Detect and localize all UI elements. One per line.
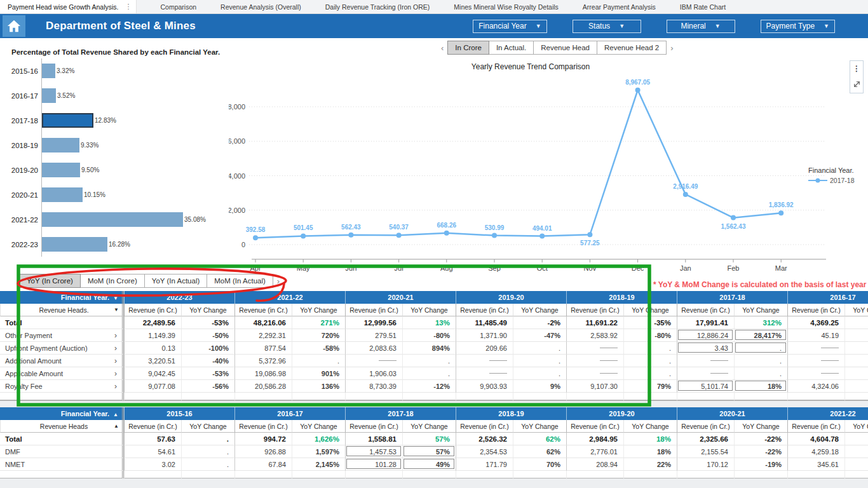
- drill-icon[interactable]: ›: [114, 329, 122, 342]
- row-label[interactable]: DMF: [0, 445, 124, 458]
- report-tab[interactable]: Daily Revenue Tracking (Iron ORE): [325, 0, 430, 13]
- yoy-cell: .: [513, 367, 566, 380]
- year-header[interactable]: 2017-18: [677, 291, 787, 304]
- bar[interactable]: [42, 187, 83, 202]
- line-chart[interactable]: 02,0004,0006,0008,000AprMayJunJulAugSepO…: [229, 70, 864, 280]
- chevron-left-icon[interactable]: ‹: [437, 43, 447, 53]
- year-header[interactable]: 2017-18: [345, 407, 456, 420]
- view-tab-3[interactable]: Revenue Head 2: [597, 41, 667, 55]
- chevron-right-icon[interactable]: ›: [273, 276, 283, 286]
- filter-payment-type[interactable]: Payment Type▼: [761, 20, 835, 33]
- bar-value-label: 9.33%: [81, 142, 98, 149]
- measure-tab-2[interactable]: YoY (In Actual): [145, 274, 207, 288]
- revenue-cell: [456, 367, 513, 380]
- report-tab[interactable]: Revenue Analysis (Overall): [220, 0, 301, 13]
- revenue-cell: 101.28: [345, 458, 402, 471]
- year-header[interactable]: 2021-22: [787, 407, 868, 420]
- sort-icon[interactable]: ▼: [114, 304, 119, 316]
- expand-icon[interactable]: [852, 79, 862, 89]
- bar[interactable]: [42, 237, 107, 252]
- bar[interactable]: [42, 113, 93, 128]
- row-label-text: Upfront Payment (Auction): [5, 342, 114, 355]
- revenue-cell: [787, 342, 844, 355]
- measure-tab-1[interactable]: MoM (In Crore): [81, 274, 145, 288]
- report-tab[interactable]: Mines Mineral Wise Royalty Details: [454, 0, 559, 13]
- row-label[interactable]: Applicable Amount›: [0, 367, 124, 380]
- row-label[interactable]: NMET: [0, 458, 124, 471]
- row-label[interactable]: Additional Amount›: [0, 355, 124, 367]
- sort-icon[interactable]: ▲: [114, 420, 119, 433]
- year-header[interactable]: 2019-20: [566, 407, 677, 420]
- bar[interactable]: [42, 212, 183, 227]
- chevron-right-icon[interactable]: ›: [667, 43, 677, 53]
- report-tab[interactable]: Payment Head wise Growth Analysis.⋮: [0, 0, 137, 13]
- row-label[interactable]: Upfront Payment (Auction)›: [0, 342, 124, 355]
- sort-icon[interactable]: ▲: [113, 412, 118, 417]
- svg-text:2,000: 2,000: [229, 207, 245, 214]
- tab-options-icon[interactable]: ⋮: [125, 3, 132, 11]
- year-header[interactable]: 2015-16: [124, 407, 234, 420]
- home-button[interactable]: [3, 15, 25, 37]
- bar[interactable]: [42, 138, 79, 152]
- sort-icon[interactable]: ▼: [113, 295, 118, 301]
- year-header[interactable]: 2018-19: [566, 291, 677, 304]
- view-tab-0[interactable]: In Crore: [447, 41, 489, 55]
- year-header[interactable]: 2016-17: [234, 407, 345, 420]
- measure-tab-0[interactable]: YoY (In Crore): [19, 274, 81, 288]
- svg-text:Jan: Jan: [680, 264, 691, 272]
- view-tab-2[interactable]: Revenue Head: [534, 41, 597, 55]
- drill-icon[interactable]: ›: [114, 342, 122, 355]
- bar[interactable]: [42, 64, 55, 78]
- yoy-col-header: YoY Change: [181, 420, 234, 433]
- more-options-icon[interactable]: ⋮: [853, 65, 860, 72]
- drill-icon[interactable]: ›: [114, 380, 122, 393]
- year-header[interactable]: 2018-19: [456, 407, 566, 420]
- yoy-cell: 49%: [402, 458, 456, 471]
- row-label[interactable]: Royalty Fee›: [0, 380, 124, 393]
- report-tab[interactable]: Arrear Payment Analysis: [583, 0, 656, 13]
- report-tab[interactable]: Comparison: [161, 0, 197, 13]
- report-tab[interactable]: IBM Rate Chart: [680, 0, 726, 13]
- revenue-heads-header-cell[interactable]: Revenue Heads.▼: [0, 304, 124, 316]
- measure-tab-3[interactable]: MoM (In Actual): [207, 274, 273, 288]
- svg-text:Nov: Nov: [584, 264, 597, 272]
- bar-value-label: 9.50%: [81, 166, 99, 173]
- bar[interactable]: [42, 88, 56, 103]
- revenue-col-header: Revenue (in Cr.): [124, 420, 181, 433]
- table-row: Royalty Fee›9,077.08-56%20,586.28136%8,7…: [0, 380, 868, 393]
- fy-header-cell[interactable]: Financial Year.▼: [0, 291, 124, 304]
- bar[interactable]: [42, 163, 80, 177]
- table-header-row: Financial Year.▲2015-162016-172017-18201…: [0, 407, 868, 420]
- yoy-cell: 1,626%: [292, 433, 345, 445]
- year-header[interactable]: 2020-21: [677, 407, 787, 420]
- report-tab-label: Comparison: [161, 3, 197, 11]
- revenue-heads-label: Revenue Heads: [40, 420, 88, 433]
- filter-status[interactable]: Status▼: [573, 20, 641, 33]
- filter-financial-year[interactable]: Financial Year▼: [473, 20, 546, 33]
- yoy-cell: .: [513, 355, 566, 367]
- drill-icon[interactable]: ›: [114, 367, 122, 380]
- revenue-cell: 1,906.03: [345, 367, 402, 380]
- revenue-col-header: Revenue (in Cr.): [566, 304, 623, 316]
- row-label-text: Total: [5, 316, 122, 329]
- filter-mineral[interactable]: Mineral▼: [667, 20, 735, 33]
- revenue-heads-header-cell[interactable]: Revenue Heads▲: [0, 420, 124, 433]
- year-header[interactable]: 2019-20: [456, 291, 566, 304]
- row-label[interactable]: Total: [0, 316, 124, 329]
- svg-text:577.25: 577.25: [580, 240, 600, 247]
- row-label[interactable]: Other Payment›: [0, 329, 124, 342]
- year-header[interactable]: 2020-21: [345, 291, 456, 304]
- svg-text:Oct: Oct: [537, 264, 548, 272]
- year-header[interactable]: 2016-17: [787, 291, 868, 304]
- yoy-cell: 13%: [402, 316, 456, 329]
- revenue-cell: 926.88: [234, 445, 292, 458]
- row-label[interactable]: Total: [0, 433, 124, 445]
- svg-text:668.26: 668.26: [437, 222, 457, 229]
- view-tab-1[interactable]: In Actual.: [489, 41, 534, 55]
- revenue-cell: [345, 355, 402, 367]
- year-header[interactable]: 2022-23: [124, 291, 234, 304]
- revenue-cell: 2,984.95: [566, 433, 623, 445]
- year-header[interactable]: 2021-22: [234, 291, 345, 304]
- fy-header-cell[interactable]: Financial Year.▲: [0, 407, 124, 420]
- drill-icon[interactable]: ›: [114, 355, 122, 367]
